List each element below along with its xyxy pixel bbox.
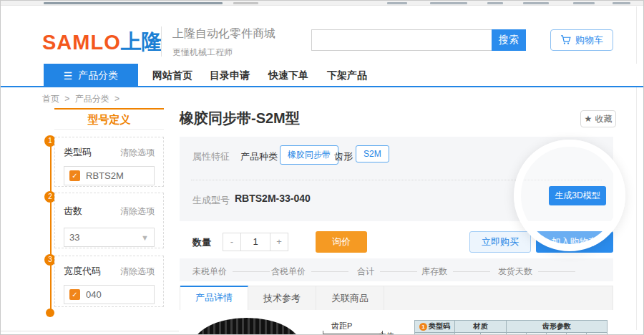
pitch-dim-line <box>323 331 383 335</box>
model-value: RBTS2M-33-040 <box>235 193 311 204</box>
generate-3d-button[interactable]: 生成3D模型 <box>549 186 606 205</box>
top-strip-fragment <box>523 2 549 4</box>
logo-cn-text: 上隆 <box>121 28 162 57</box>
width-code-option[interactable]: ✓ 040 <box>64 285 155 304</box>
tooth-count-select[interactable]: 33 ▼ <box>64 228 155 247</box>
step-box-type-code: 类型码 清除选项 ✓ RBTS2M <box>54 137 164 187</box>
spec-subheader-row <box>415 332 607 335</box>
nav-item-discontinued[interactable]: 下架产品 <box>327 64 367 87</box>
breadcrumb-sep: > <box>64 94 69 104</box>
tooth-shape-label: 齿形 <box>334 150 353 163</box>
quantity-stepper: - 1 + <box>223 233 288 251</box>
favorite-label: 收藏 <box>595 113 612 125</box>
type-code-value: RBTS2M <box>86 170 149 181</box>
price-field-stock: 库存数 <box>421 266 490 278</box>
nav-item-home[interactable]: 网站首页 <box>152 64 192 87</box>
breadcrumb-sep: > <box>114 94 119 104</box>
quantity-label: 数量 <box>192 236 211 249</box>
top-strip-fragment <box>573 2 595 4</box>
step-label: 类型码 <box>64 146 92 159</box>
breadcrumb: 首页 > 产品分类 > <box>42 93 122 105</box>
cart-button-label: 购物车 <box>575 34 603 47</box>
attr-section-label: 属性特征 <box>192 150 230 163</box>
tab-product-detail[interactable]: 产品详情 <box>180 286 248 310</box>
top-strip-fragment <box>487 2 503 4</box>
pitch-dim-label: 齿距P <box>331 321 352 331</box>
page-title: 橡胶同步带-S2M型 <box>180 109 300 128</box>
top-strip-fragment <box>44 2 223 4</box>
main-nav: ☰ 产品分类 网站首页 目录申请 快速下单 下架产品 <box>1 64 643 87</box>
tooth-shape-tag[interactable]: S2M <box>356 145 389 162</box>
nav-category-button[interactable]: ☰ 产品分类 <box>44 64 138 87</box>
top-strip-fragment <box>233 2 258 4</box>
header-divider <box>161 26 162 57</box>
belt-body-label: 主体 <box>379 331 394 335</box>
step-1-ref-badge: 1 <box>419 323 427 331</box>
site-subtitle: 更懂机械工程师 <box>172 47 233 59</box>
price-bar: 未税单价 含税单价 合计 库存数 发货天数 <box>180 258 613 281</box>
checkbox-checked-icon[interactable]: ✓ <box>69 170 80 181</box>
spec-col-tooth-params: 齿形参数 <box>507 321 607 332</box>
quantity-plus-button[interactable]: + <box>270 233 288 251</box>
clear-options-link[interactable]: 清除选项 <box>120 205 155 218</box>
breadcrumb-home[interactable]: 首页 <box>42 94 59 104</box>
sidebar-bottom-divider <box>1 331 179 331</box>
tab-tech-reference[interactable]: 技术参考 <box>248 286 316 310</box>
price-field-ship-days: 发货天数 <box>498 266 575 278</box>
type-code-option[interactable]: ✓ RBTS2M <box>64 166 155 185</box>
price-field-total: 合计 <box>357 266 417 278</box>
timing-belt-image <box>192 318 301 335</box>
top-strip-fragment <box>613 2 630 4</box>
chevron-down-icon: ▼ <box>141 233 149 242</box>
cart-icon <box>560 35 571 45</box>
favorite-button[interactable]: ★ 收藏 <box>580 110 616 127</box>
price-field-untaxed: 未税单价 <box>192 266 270 278</box>
sidebar-title: 型号定义 <box>54 108 164 130</box>
buy-now-button[interactable]: 立即购买 <box>469 231 531 253</box>
logo-en-text: SAMLO <box>42 31 121 54</box>
logo[interactable]: SAMLO 上隆 <box>42 28 162 57</box>
nav-item-catalog[interactable]: 目录申请 <box>210 64 250 87</box>
breadcrumb-category[interactable]: 产品分类 <box>75 94 109 104</box>
category-tag[interactable]: 橡胶同步带 <box>280 145 338 165</box>
detail-tabs: 产品详情 技术参考 关联商品 <box>180 286 613 310</box>
checkbox-checked-icon[interactable]: ✓ <box>69 289 80 300</box>
spec-table: 1 类型码 材质 齿形参数 <box>414 320 608 335</box>
step-label: 齿数 <box>64 205 82 218</box>
sidebar-step-rail <box>50 141 52 311</box>
quantity-minus-button[interactable]: - <box>223 233 241 251</box>
tab-related-products[interactable]: 关联商品 <box>316 286 384 310</box>
model-label: 生成型号 <box>192 194 230 207</box>
top-strip-fragment <box>387 2 407 4</box>
quantity-value[interactable]: 1 <box>241 233 270 251</box>
top-strip <box>1 1 643 6</box>
star-icon: ★ <box>585 114 592 124</box>
site-title: 上隆自动化零件商城 <box>172 26 275 42</box>
price-field-taxed: 含税单价 <box>271 266 348 278</box>
width-code-value: 040 <box>86 289 149 300</box>
spec-col-material: 材质 <box>455 321 507 332</box>
search-bar: 搜索 <box>311 29 526 51</box>
sidebar-rail-end-dot <box>46 309 54 317</box>
scroll-divider <box>636 6 637 330</box>
step-label: 宽度代码 <box>64 265 101 278</box>
clear-options-link[interactable]: 清除选项 <box>120 266 155 278</box>
search-input[interactable] <box>311 29 492 51</box>
search-button[interactable]: 搜索 <box>492 29 526 51</box>
hamburger-icon: ☰ <box>64 70 73 82</box>
nav-category-label: 产品分类 <box>78 69 118 82</box>
clear-options-link[interactable]: 清除选项 <box>120 147 155 159</box>
step-box-width-code: 宽度代码 清除选项 ✓ 040 <box>54 256 164 307</box>
nav-item-quick-order[interactable]: 快速下单 <box>268 64 308 87</box>
spec-col-type-code: 1 类型码 <box>415 321 455 332</box>
step-box-tooth-count: 齿数 清除选项 33 ▼ <box>54 193 164 248</box>
top-strip-fragment <box>430 2 467 4</box>
category-label: 产品种类 <box>240 150 278 163</box>
inquiry-button[interactable]: 询价 <box>316 231 367 253</box>
tooth-count-value: 33 <box>69 232 135 243</box>
page: SAMLO 上隆 上隆自动化零件商城 更懂机械工程师 搜索 购物车 ☰ 产品分类… <box>0 0 644 335</box>
cart-button[interactable]: 购物车 <box>550 29 613 51</box>
